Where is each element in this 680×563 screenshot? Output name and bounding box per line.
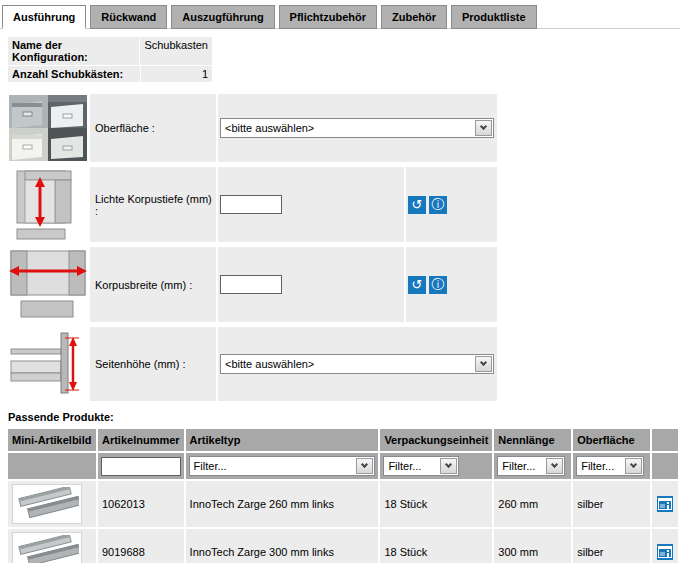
form-row-seitenhoehe: Seitenhöhe (mm) : <bitte auswählen> — [8, 327, 497, 401]
tab-produktliste[interactable]: Produktliste — [451, 5, 537, 29]
verpackungseinheit-filter-value: Filter... — [384, 460, 439, 472]
chevron-down-icon — [625, 458, 642, 474]
artikeltyp-filter-select[interactable]: Filter... — [189, 456, 376, 476]
col-mini-artikelbild: Mini-Artikelbild — [8, 429, 96, 451]
col-artikeltyp: Artikeltyp — [186, 429, 379, 451]
artikeltyp-filter-value: Filter... — [190, 460, 356, 472]
products-filter-row: Filter... Filter... Filter... Filter... — [8, 453, 678, 479]
config-count-value: 1 — [141, 66, 212, 82]
configuration-summary: Name der Konfiguration: Schubkasten Anza… — [8, 37, 212, 82]
col-oberflaeche: Oberfläche — [573, 429, 650, 451]
tab-auszugfuehrung[interactable]: Auszugführung — [171, 5, 274, 29]
artikelnummer-cell: 9019688 — [98, 529, 184, 563]
surface-options-image — [8, 94, 88, 162]
korpustiefe-input[interactable] — [220, 195, 282, 214]
oberflaeche-label: Oberfläche : — [90, 94, 216, 162]
nennlaenge-cell: 300 mm — [494, 529, 571, 563]
nennlaenge-filter-select[interactable]: Filter... — [497, 456, 565, 476]
seitenhoehe-diagram — [8, 327, 88, 401]
oberflaeche-filter-select[interactable]: Filter... — [576, 456, 644, 476]
chevron-down-icon — [356, 458, 373, 474]
korpustiefe-control-cell — [218, 167, 404, 242]
chevron-down-icon — [546, 458, 563, 474]
korpustiefe-diagram — [8, 167, 88, 242]
korpusbreite-diagram — [8, 247, 88, 322]
product-info-icon[interactable] — [656, 544, 674, 560]
oberflaeche-control-cell: <bitte auswählen> — [218, 94, 497, 162]
config-count-label: Anzahl Schubkästen: — [8, 66, 140, 82]
col-verpackungseinheit: Verpackungseinheit — [380, 429, 492, 451]
form-row-oberflaeche: Oberfläche : <bitte auswählen> — [8, 94, 497, 162]
reset-icon[interactable]: ↺ — [408, 196, 426, 214]
chevron-down-icon — [475, 356, 492, 372]
nennlaenge-filter-value: Filter... — [498, 460, 545, 472]
table-row: 1062013 InnoTech Zarge 260 mm links 18 S… — [8, 481, 678, 527]
chevron-down-icon — [475, 120, 492, 136]
products-header-row: Mini-Artikelbild Artikelnummer Artikelty… — [8, 429, 678, 451]
tab-bar: Ausführung Rückwand Auszugführung Pflich… — [0, 0, 680, 29]
verpackungseinheit-cell: 18 Stück — [380, 529, 492, 563]
config-name-label: Name der Konfiguration: — [8, 37, 139, 65]
oberflaeche-select-value: <bitte auswählen> — [221, 122, 474, 134]
filter-empty-cell — [652, 453, 678, 479]
seitenhoehe-select[interactable]: <bitte auswählen> — [220, 354, 494, 374]
config-name-value: Schubkasten — [140, 37, 212, 65]
info-icon[interactable]: ⓘ — [429, 196, 447, 214]
oberflaeche-cell: silber — [573, 529, 650, 563]
korpustiefe-icon-cell: ↺ ⓘ — [406, 167, 497, 242]
table-row: 9019688 InnoTech Zarge 300 mm links 18 S… — [8, 529, 678, 563]
tab-ausfuehrung[interactable]: Ausführung — [2, 5, 86, 29]
config-row-count: Anzahl Schubkästen: 1 — [8, 66, 212, 82]
korpustiefe-label: Lichte Korpustiefe (mm) : — [90, 167, 216, 242]
korpusbreite-label: Korpusbreite (mm) : — [90, 247, 216, 322]
korpusbreite-input[interactable] — [220, 275, 282, 294]
artikelnummer-filter-input[interactable] — [101, 457, 181, 476]
artikeltyp-cell: InnoTech Zarge 300 mm links — [186, 529, 379, 563]
tab-rueckwand[interactable]: Rückwand — [90, 5, 167, 29]
product-thumbnail — [12, 532, 82, 563]
config-row-name: Name der Konfiguration: Schubkasten — [8, 37, 212, 65]
verpackungseinheit-filter-select[interactable]: Filter... — [383, 456, 459, 476]
filter-empty-cell — [8, 453, 96, 479]
matching-products-heading: Passende Produkte: — [8, 411, 680, 423]
oberflaeche-filter-value: Filter... — [577, 460, 624, 472]
oberflaeche-cell: silber — [573, 481, 650, 527]
form-row-korpustiefe: Lichte Korpustiefe (mm) : ↺ ⓘ — [8, 167, 497, 242]
reset-icon[interactable]: ↺ — [408, 276, 426, 294]
info-icon[interactable]: ⓘ — [429, 276, 447, 294]
col-nennlaenge: Nennlänge — [494, 429, 571, 451]
korpusbreite-icon-cell: ↺ ⓘ — [406, 247, 497, 322]
nennlaenge-cell: 260 mm — [494, 481, 571, 527]
tab-zubehoer[interactable]: Zubehör — [381, 5, 447, 29]
seitenhoehe-label: Seitenhöhe (mm) : — [90, 327, 216, 401]
seitenhoehe-select-value: <bitte auswählen> — [221, 358, 474, 370]
products-table: Mini-Artikelbild Artikelnummer Artikelty… — [6, 427, 680, 563]
artikeltyp-cell: InnoTech Zarge 260 mm links — [186, 481, 379, 527]
form-row-korpusbreite: Korpusbreite (mm) : ↺ ⓘ — [8, 247, 497, 322]
product-info-icon[interactable] — [656, 496, 674, 512]
artikelnummer-cell: 1062013 — [98, 481, 184, 527]
oberflaeche-select[interactable]: <bitte auswählen> — [220, 118, 494, 138]
col-artikelnummer: Artikelnummer — [98, 429, 184, 451]
seitenhoehe-control-cell: <bitte auswählen> — [218, 327, 497, 401]
tab-pflichtzubehoer[interactable]: Pflichtzubehör — [279, 5, 377, 29]
product-thumbnail — [12, 484, 82, 524]
korpusbreite-control-cell — [218, 247, 404, 322]
chevron-down-icon — [440, 458, 457, 474]
verpackungseinheit-cell: 18 Stück — [380, 481, 492, 527]
col-actions — [652, 429, 678, 451]
